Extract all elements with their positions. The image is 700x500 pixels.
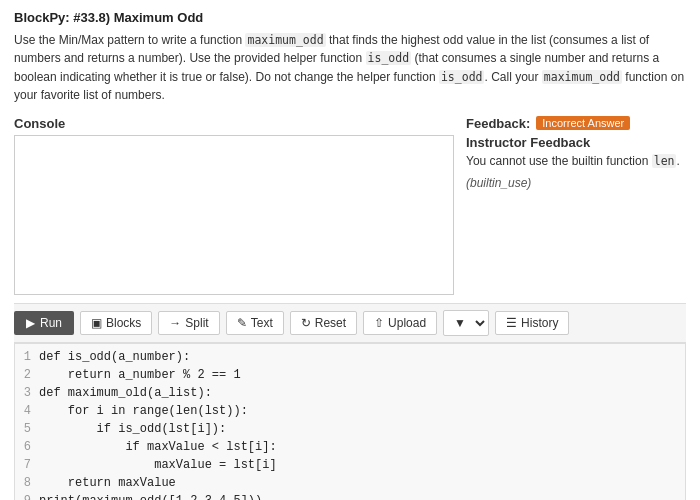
history-label: History <box>521 316 558 330</box>
line-number: 9 <box>15 494 39 500</box>
line-number: 7 <box>15 458 39 472</box>
line-content: return maxValue <box>39 476 176 490</box>
feedback-header: Feedback: Incorrect Answer <box>466 116 686 131</box>
line-number: 4 <box>15 404 39 418</box>
feedback-panel: Feedback: Incorrect Answer Instructor Fe… <box>466 116 686 295</box>
pencil-icon: ✎ <box>237 316 247 330</box>
feedback-label: Feedback: <box>466 116 530 131</box>
line-number: 6 <box>15 440 39 454</box>
split-label: Split <box>185 316 208 330</box>
line-content: if maxValue < lst[i]: <box>39 440 277 454</box>
feedback-section-title: Instructor Feedback <box>466 135 686 150</box>
line-content: return a_number % 2 == 1 <box>39 368 241 382</box>
upload-button[interactable]: ⇧ Upload <box>363 311 437 335</box>
page-wrapper: BlockPy: #33.8) Maximum Odd Use the Min/… <box>0 0 700 500</box>
code-line: 1def is_odd(a_number): <box>15 350 685 368</box>
split-icon: → <box>169 316 181 330</box>
upload-dropdown[interactable]: ▼ <box>443 310 489 336</box>
code-ref-maximum-odd: maximum_odd <box>245 33 325 47</box>
console-panel: Console <box>14 116 454 295</box>
reset-label: Reset <box>315 316 346 330</box>
code-area[interactable]: 1def is_odd(a_number):2 return a_number … <box>14 343 686 500</box>
upload-label: Upload <box>388 316 426 330</box>
code-line: 6 if maxValue < lst[i]: <box>15 440 685 458</box>
code-ref-is-odd2: is_odd <box>439 70 485 84</box>
code-line: 2 return a_number % 2 == 1 <box>15 368 685 386</box>
console-label: Console <box>14 116 454 131</box>
line-content: for i in range(len(lst)): <box>39 404 248 418</box>
line-content: print(maximum_odd([1,2,3,4,5])) <box>39 494 262 500</box>
line-content: def is_odd(a_number): <box>39 350 190 364</box>
problem-title: BlockPy: #33.8) Maximum Odd <box>14 10 686 25</box>
main-area: Console Feedback: Incorrect Answer Instr… <box>14 116 686 295</box>
reset-icon: ↻ <box>301 316 311 330</box>
blocks-label: Blocks <box>106 316 141 330</box>
feedback-message: You cannot use the builtin function len. <box>466 154 686 168</box>
line-number: 2 <box>15 368 39 382</box>
line-number: 3 <box>15 386 39 400</box>
line-content: if is_odd(lst[i]): <box>39 422 226 436</box>
line-number: 1 <box>15 350 39 364</box>
line-content: def maximum_old(a_list): <box>39 386 212 400</box>
code-line: 9print(maximum_odd([1,2,3,4,5])) <box>15 494 685 500</box>
blocks-button[interactable]: ▣ Blocks <box>80 311 152 335</box>
run-label: Run <box>40 316 62 330</box>
upload-icon: ⇧ <box>374 316 384 330</box>
line-content: maxValue = lst[i] <box>39 458 277 472</box>
toolbar: ▶ Run ▣ Blocks → Split ✎ Text ↻ Reset ⇧ … <box>14 303 686 343</box>
blocks-icon: ▣ <box>91 316 102 330</box>
line-number: 5 <box>15 422 39 436</box>
run-button[interactable]: ▶ Run <box>14 311 74 335</box>
line-number: 8 <box>15 476 39 490</box>
problem-description: Use the Min/Max pattern to write a funct… <box>14 31 686 104</box>
feedback-note: (builtin_use) <box>466 176 686 190</box>
history-button[interactable]: ☰ History <box>495 311 569 335</box>
feedback-builtin-code: len <box>652 154 677 168</box>
reset-button[interactable]: ↻ Reset <box>290 311 357 335</box>
console-box <box>14 135 454 295</box>
run-play-icon: ▶ <box>26 316 35 330</box>
history-icon: ☰ <box>506 316 517 330</box>
text-label: Text <box>251 316 273 330</box>
code-line: 3def maximum_old(a_list): <box>15 386 685 404</box>
code-ref-is-odd: is_odd <box>366 51 412 65</box>
split-button[interactable]: → Split <box>158 311 219 335</box>
feedback-badge: Incorrect Answer <box>536 116 630 130</box>
code-line: 4 for i in range(len(lst)): <box>15 404 685 422</box>
feedback-message-text: You cannot use the builtin function <box>466 154 652 168</box>
text-button[interactable]: ✎ Text <box>226 311 284 335</box>
code-ref-maximum-odd2: maximum_odd <box>542 70 622 84</box>
code-line: 8 return maxValue <box>15 476 685 494</box>
code-line: 7 maxValue = lst[i] <box>15 458 685 476</box>
code-line: 5 if is_odd(lst[i]): <box>15 422 685 440</box>
